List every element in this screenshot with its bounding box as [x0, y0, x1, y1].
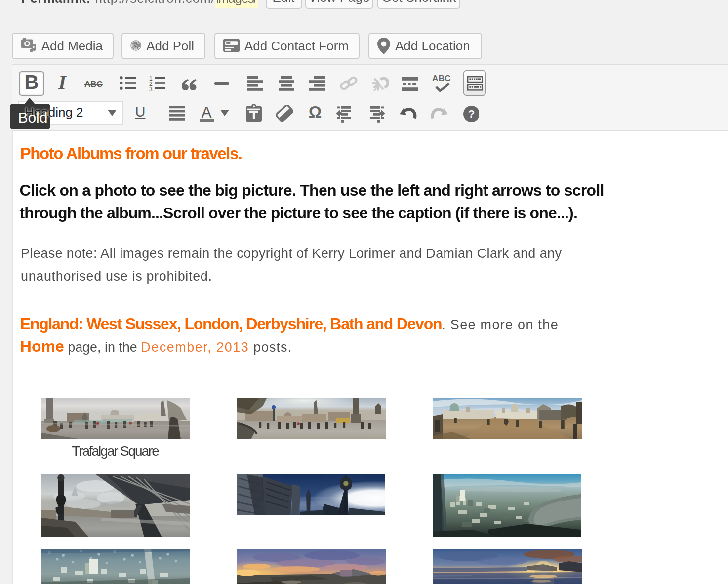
svg-text:?: ? [468, 107, 475, 120]
svg-text:3: 3 [149, 86, 152, 91]
